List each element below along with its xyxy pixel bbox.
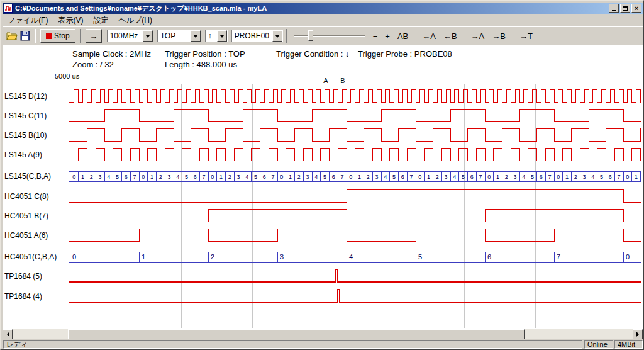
bus-value: 5 [254, 174, 257, 180]
close-icon: × [635, 5, 638, 12]
maximize-button[interactable] [620, 4, 630, 13]
bus-value: 6 [401, 174, 404, 180]
chevron-down-icon[interactable] [217, 30, 227, 42]
run-button[interactable]: → [86, 29, 102, 43]
bus-value: 3 [306, 174, 309, 180]
bus-value: 0 [626, 174, 629, 180]
waveform [69, 269, 641, 282]
status-ready: レディ [3, 340, 582, 349]
chevron-down-icon[interactable] [143, 30, 153, 42]
scroll-left-button[interactable] [3, 329, 13, 339]
open-button[interactable] [5, 30, 19, 42]
bus-value: 5 [116, 174, 119, 180]
channel-label: LS145 A(9) [4, 150, 42, 159]
bus-value: 0 [280, 174, 283, 180]
open-folder-icon [6, 31, 18, 41]
zoom-info: Zoom : / 32 [72, 60, 114, 69]
waveform-plot[interactable]: 5000 usLS145 D(12)LS145 C(11)LS145 B(10)… [1, 71, 644, 329]
bus-value: 2 [228, 174, 231, 180]
bus-value: 4 [522, 174, 525, 180]
down-arrow-icon [275, 35, 279, 40]
bus-value: 2 [505, 174, 508, 180]
menu-settings[interactable]: 設定 [88, 14, 113, 27]
chevron-down-icon[interactable] [191, 30, 201, 42]
channel-label: LS145 B(10) [4, 131, 47, 140]
bus-value: 6 [609, 174, 612, 180]
goto-trigger-button[interactable]: →T [516, 30, 536, 42]
channel-label: TP1684 (4) [4, 292, 42, 301]
goto-a-right-button[interactable]: →A [468, 30, 488, 42]
menu-file[interactable]: ファイル(F) [3, 14, 53, 27]
scroll-right-button[interactable] [633, 329, 643, 339]
close-button[interactable]: × [631, 4, 641, 13]
waveform [69, 148, 641, 161]
down-arrow-icon [146, 35, 150, 40]
bus-value: 6 [487, 253, 491, 261]
bus-value: 1 [219, 174, 223, 180]
minimize-button[interactable] [609, 4, 619, 13]
bus-value: 1 [142, 253, 145, 261]
save-button[interactable] [19, 30, 31, 42]
bus-value: 1 [150, 174, 153, 180]
horizontal-scrollbar[interactable] [3, 329, 643, 339]
trigger-probe-combo[interactable]: PROBE00 [231, 30, 283, 42]
trigger-edge-value: ↑ [206, 31, 217, 40]
titlebar[interactable]: C:¥Documents and Settings¥noname¥デスクトップ¥… [3, 3, 643, 14]
waveform [69, 229, 641, 241]
bus-value: 4 [107, 174, 110, 180]
goto-b-right-button[interactable]: →B [489, 30, 509, 42]
trigger-probe-value: PROBE00 [232, 31, 272, 40]
bus-value: 4 [349, 253, 353, 261]
stop-button[interactable]: Stop [40, 29, 75, 43]
sample-clock-combo[interactable]: 100MHz [107, 30, 153, 42]
bus-value: 7 [479, 174, 482, 180]
menu-view[interactable]: 表示(V) [53, 14, 88, 27]
bus-value: 3 [375, 174, 379, 180]
zoom-slider[interactable] [294, 29, 365, 43]
bus-value: 0 [72, 174, 75, 180]
chevron-down-icon[interactable] [272, 30, 282, 42]
bus-value: 4 [384, 174, 387, 180]
stop-label: Stop [54, 31, 70, 40]
bus-outline [69, 171, 641, 181]
goto-a-left-button[interactable]: ←A [419, 30, 439, 42]
trigger-condition-info: Trigger Condition : ↓ [276, 49, 350, 59]
bus-value: 0 [349, 174, 352, 180]
channel-label: LS145 D(12) [4, 92, 47, 101]
goto-b-left-button[interactable]: ←B [440, 30, 460, 42]
down-arrow-icon [194, 35, 197, 40]
trigger-position-combo[interactable]: TOP [157, 30, 201, 42]
bus-value: 7 [203, 174, 206, 180]
bus-value: 0 [487, 174, 491, 180]
marker-label-a: A [323, 77, 328, 84]
toolbar: Stop → 100MHz TOP ↑ PROBE00 − + AB ←A ←B [3, 26, 643, 45]
menubar: ファイル(F) 表示(V) 設定 ヘルプ(H) [3, 14, 643, 26]
bus-value: 4 [314, 174, 318, 180]
zoom-in-button[interactable]: + [382, 30, 393, 42]
bus-value: 1 [358, 174, 361, 180]
trigger-edge-combo[interactable]: ↑ [205, 30, 228, 42]
bus-value: 0 [557, 174, 560, 180]
bus-outline [69, 252, 641, 262]
waveform [69, 189, 641, 202]
bus-value: 2 [90, 174, 93, 180]
bus-value: 0 [142, 174, 145, 180]
bus-value: 5 [600, 174, 603, 180]
bus-value: 0 [418, 174, 421, 180]
bus-value: 6 [332, 174, 335, 180]
bus-value: 2 [211, 253, 214, 261]
slider-thumb[interactable] [308, 30, 313, 41]
bus-value: 5 [531, 174, 534, 180]
zoom-out-button[interactable]: − [370, 30, 381, 42]
bus-value: 2 [574, 174, 577, 180]
toolbar-separator [80, 29, 81, 43]
scrollbar-thumb[interactable] [68, 329, 525, 339]
menu-help[interactable]: ヘルプ(H) [113, 14, 157, 27]
down-arrow-icon [220, 35, 224, 40]
marker-label-b: B [340, 77, 345, 84]
trigger-position-value: TOP [158, 31, 191, 40]
ab-button[interactable]: AB [394, 30, 411, 42]
sample-clock-value: 100MHz [108, 31, 143, 40]
bus-value: 1 [565, 174, 569, 180]
bus-value: 7 [272, 174, 275, 180]
